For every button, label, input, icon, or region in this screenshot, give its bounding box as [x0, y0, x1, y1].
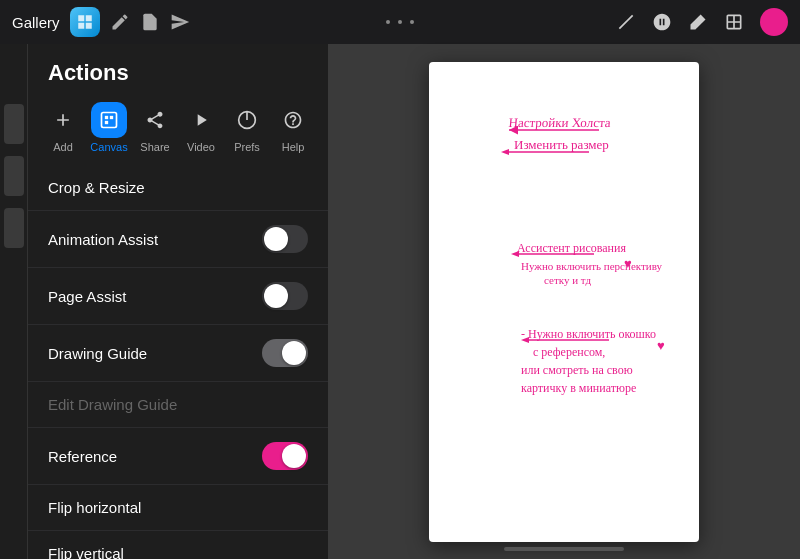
flip-horizontal-item[interactable]: Flip horizontal: [28, 485, 328, 531]
svg-text:Нужно включить перспективу: Нужно включить перспективу: [521, 260, 662, 272]
toggle-knob: [264, 227, 288, 251]
share-icon: [137, 102, 173, 138]
reference-toggle[interactable]: [262, 442, 308, 470]
crop-resize-item[interactable]: Crop & Resize: [28, 165, 328, 211]
reference-label: Reference: [48, 448, 117, 465]
toolbar-canvas[interactable]: Canvas: [86, 102, 132, 153]
toolbar-help[interactable]: Help: [270, 102, 316, 153]
canvas-area: Настройки Холста Изменить размер Ассисте…: [328, 44, 800, 559]
animation-assist-item[interactable]: Animation Assist: [28, 211, 328, 268]
strip-button-3[interactable]: [4, 208, 24, 248]
canvas-scroll-indicator: [504, 547, 624, 551]
svg-text:- Нужно включить окошко: - Нужно включить окошко: [521, 327, 656, 341]
main-layout: Actions Add Canvas Share: [0, 44, 800, 559]
svg-text:Ассистент рисования: Ассистент рисования: [517, 241, 626, 255]
actions-panel: Actions Add Canvas Share: [28, 44, 328, 559]
top-bar-center-dots: [386, 20, 414, 24]
canvas-page: Настройки Холста Изменить размер Ассисте…: [429, 62, 699, 542]
svg-rect-1: [102, 113, 117, 128]
flip-horizontal-label: Flip horizontal: [48, 499, 141, 516]
avatar[interactable]: [760, 8, 788, 36]
prefs-icon: [229, 102, 265, 138]
add-icon: [45, 102, 81, 138]
toolbar-add[interactable]: Add: [40, 102, 86, 153]
toolbar-share[interactable]: Share: [132, 102, 178, 153]
svg-line-0: [619, 15, 632, 28]
video-label: Video: [187, 141, 215, 153]
reference-item[interactable]: Reference: [28, 428, 328, 485]
svg-marker-9: [501, 149, 509, 155]
crop-resize-label: Crop & Resize: [48, 179, 145, 196]
share-label: Share: [140, 141, 169, 153]
canvas-icon: [91, 102, 127, 138]
strip-button-1[interactable]: [4, 104, 24, 144]
canvas-label: Canvas: [90, 141, 127, 153]
panel-toolbar: Add Canvas Share Video: [28, 96, 328, 165]
flip-vertical-item[interactable]: Flip vertical: [28, 531, 328, 559]
page-assist-toggle[interactable]: [262, 282, 308, 310]
svg-rect-3: [110, 116, 113, 119]
video-icon: [183, 102, 219, 138]
page-assist-item[interactable]: Page Assist: [28, 268, 328, 325]
edit-drawing-guide-label: Edit Drawing Guide: [48, 396, 177, 413]
send-icon: [170, 12, 190, 32]
gallery-button[interactable]: Gallery: [12, 14, 60, 31]
page-assist-label: Page Assist: [48, 288, 126, 305]
toggle-knob: [282, 444, 306, 468]
toolbar-prefs[interactable]: Prefs: [224, 102, 270, 153]
pencil-icon: [110, 12, 130, 32]
script-icon: [140, 12, 160, 32]
canvas-notes-svg: Настройки Холста Изменить размер Ассисте…: [429, 62, 699, 542]
strip-button-2[interactable]: [4, 156, 24, 196]
toggle-knob: [282, 341, 306, 365]
edit-drawing-guide-item: Edit Drawing Guide: [28, 382, 328, 428]
svg-text:Изменить  размер: Изменить размер: [514, 137, 609, 152]
svg-text:сетку и тд: сетку и тд: [544, 274, 591, 286]
layers-icon[interactable]: [724, 12, 744, 32]
help-icon: [275, 102, 311, 138]
panel-title: Actions: [28, 44, 328, 96]
drawing-guide-item[interactable]: Drawing Guide: [28, 325, 328, 382]
toggle-knob: [264, 284, 288, 308]
drawing-guide-label: Drawing Guide: [48, 345, 147, 362]
panel-list: Crop & Resize Animation Assist Page Assi…: [28, 165, 328, 559]
svg-text:с референсом,: с референсом,: [533, 345, 605, 359]
left-strip: [0, 44, 28, 559]
help-label: Help: [282, 141, 305, 153]
toolbar-video[interactable]: Video: [178, 102, 224, 153]
svg-text:картичку в миниатюре: картичку в миниатюре: [521, 381, 636, 395]
svg-text:♥: ♥: [657, 338, 665, 353]
drawing-guide-toggle[interactable]: [262, 339, 308, 367]
svg-rect-4: [105, 121, 108, 124]
svg-text:Настройки Холста: Настройки Холста: [508, 115, 611, 130]
top-bar: Gallery: [0, 0, 800, 44]
svg-rect-2: [105, 116, 108, 119]
top-bar-left: Gallery: [12, 7, 190, 37]
svg-text:или смотреть на свою: или смотреть на свою: [521, 363, 633, 377]
prefs-label: Prefs: [234, 141, 260, 153]
add-label: Add: [53, 141, 73, 153]
line-tool-icon[interactable]: [616, 12, 636, 32]
flip-vertical-label: Flip vertical: [48, 545, 124, 559]
app-icon: [70, 7, 100, 37]
eraser-icon[interactable]: [688, 12, 708, 32]
animation-assist-toggle[interactable]: [262, 225, 308, 253]
top-bar-right: [616, 8, 788, 36]
pen-tool-icon[interactable]: [652, 12, 672, 32]
svg-text:♥: ♥: [624, 256, 632, 271]
animation-assist-label: Animation Assist: [48, 231, 158, 248]
